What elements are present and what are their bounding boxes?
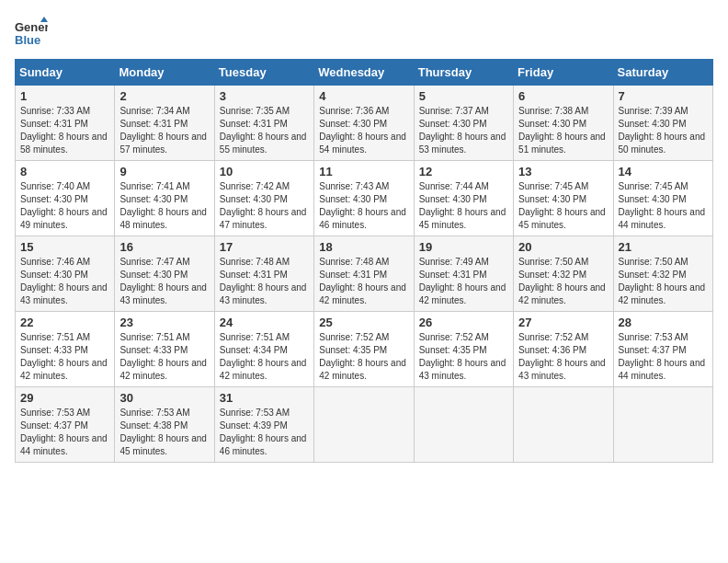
day-info: Sunrise: 7:46 AMSunset: 4:30 PMDaylight:… (20, 257, 108, 305)
calendar-cell: 12Sunrise: 7:44 AMSunset: 4:30 PMDayligh… (414, 161, 513, 236)
calendar-table: SundayMondayTuesdayWednesdayThursdayFrid… (15, 59, 713, 463)
day-info: Sunrise: 7:37 AMSunset: 4:30 PMDaylight:… (419, 106, 506, 155)
day-info: Sunrise: 7:48 AMSunset: 4:31 PMDaylight:… (220, 257, 307, 305)
day-info: Sunrise: 7:40 AMSunset: 4:30 PMDaylight:… (20, 181, 108, 230)
logo-icon: General Blue (15, 15, 48, 48)
day-number: 13 (518, 165, 608, 178)
day-number: 22 (20, 316, 109, 329)
day-info: Sunrise: 7:38 AMSunset: 4:30 PMDaylight:… (518, 106, 606, 155)
day-info: Sunrise: 7:51 AMSunset: 4:33 PMDaylight:… (20, 332, 108, 381)
day-info: Sunrise: 7:43 AMSunset: 4:30 PMDaylight:… (319, 181, 406, 230)
calendar-cell: 19Sunrise: 7:49 AMSunset: 4:31 PMDayligh… (414, 236, 513, 312)
calendar-cell: 17Sunrise: 7:48 AMSunset: 4:31 PMDayligh… (214, 236, 313, 312)
calendar-cell: 25Sunrise: 7:52 AMSunset: 4:35 PMDayligh… (314, 312, 414, 387)
calendar-cell: 9Sunrise: 7:41 AMSunset: 4:30 PMDaylight… (115, 161, 214, 236)
calendar-week-row: 8Sunrise: 7:40 AMSunset: 4:30 PMDaylight… (16, 161, 713, 236)
day-number: 24 (220, 316, 309, 329)
calendar-cell: 14Sunrise: 7:45 AMSunset: 4:30 PMDayligh… (613, 161, 712, 236)
day-number: 28 (619, 316, 708, 329)
calendar-cell: 3Sunrise: 7:35 AMSunset: 4:31 PMDaylight… (214, 86, 313, 161)
day-number: 7 (619, 89, 708, 103)
calendar-week-row: 29Sunrise: 7:53 AMSunset: 4:37 PMDayligh… (16, 387, 713, 463)
calendar-cell: 5Sunrise: 7:37 AMSunset: 4:30 PMDaylight… (414, 86, 513, 161)
day-number: 18 (319, 240, 408, 254)
day-info: Sunrise: 7:51 AMSunset: 4:34 PMDaylight:… (220, 332, 307, 381)
calendar-cell (414, 387, 513, 463)
day-info: Sunrise: 7:53 AMSunset: 4:38 PMDaylight:… (119, 408, 207, 456)
day-info: Sunrise: 7:39 AMSunset: 4:30 PMDaylight:… (619, 106, 706, 155)
calendar-cell: 11Sunrise: 7:43 AMSunset: 4:30 PMDayligh… (314, 161, 414, 236)
calendar-cell: 21Sunrise: 7:50 AMSunset: 4:32 PMDayligh… (613, 236, 712, 312)
day-number: 8 (20, 165, 109, 178)
day-info: Sunrise: 7:52 AMSunset: 4:35 PMDaylight:… (419, 332, 506, 381)
day-info: Sunrise: 7:52 AMSunset: 4:36 PMDaylight:… (518, 332, 606, 381)
calendar-cell: 20Sunrise: 7:50 AMSunset: 4:32 PMDayligh… (514, 236, 613, 312)
calendar-cell: 22Sunrise: 7:51 AMSunset: 4:33 PMDayligh… (16, 312, 115, 387)
day-info: Sunrise: 7:53 AMSunset: 4:37 PMDaylight:… (20, 408, 108, 456)
day-number: 11 (319, 165, 408, 178)
calendar-cell: 13Sunrise: 7:45 AMSunset: 4:30 PMDayligh… (514, 161, 613, 236)
calendar-cell: 28Sunrise: 7:53 AMSunset: 4:37 PMDayligh… (613, 312, 712, 387)
calendar-cell (514, 387, 613, 463)
day-info: Sunrise: 7:34 AMSunset: 4:31 PMDaylight:… (119, 106, 207, 155)
weekday-header-sunday: Sunday (16, 60, 115, 86)
calendar-cell: 15Sunrise: 7:46 AMSunset: 4:30 PMDayligh… (16, 236, 115, 312)
day-number: 3 (220, 89, 309, 103)
day-number: 27 (518, 316, 608, 329)
day-number: 26 (419, 316, 508, 329)
weekday-header-monday: Monday (115, 60, 214, 86)
day-number: 20 (518, 240, 608, 254)
day-info: Sunrise: 7:47 AMSunset: 4:30 PMDaylight:… (119, 257, 207, 305)
day-info: Sunrise: 7:48 AMSunset: 4:31 PMDaylight:… (319, 257, 406, 305)
calendar-cell (613, 387, 712, 463)
day-number: 1 (20, 89, 109, 103)
svg-text:Blue: Blue (15, 33, 40, 47)
calendar-cell: 29Sunrise: 7:53 AMSunset: 4:37 PMDayligh… (16, 387, 115, 463)
weekday-header-wednesday: Wednesday (314, 60, 414, 86)
weekday-header-saturday: Saturday (613, 60, 712, 86)
calendar-cell: 16Sunrise: 7:47 AMSunset: 4:30 PMDayligh… (115, 236, 214, 312)
day-info: Sunrise: 7:42 AMSunset: 4:30 PMDaylight:… (220, 181, 307, 230)
svg-text:General: General (15, 20, 48, 34)
logo: General Blue (15, 15, 48, 48)
calendar-cell: 1Sunrise: 7:33 AMSunset: 4:31 PMDaylight… (16, 86, 115, 161)
day-number: 10 (220, 165, 309, 178)
day-info: Sunrise: 7:49 AMSunset: 4:31 PMDaylight:… (419, 257, 506, 305)
weekday-header-tuesday: Tuesday (214, 60, 313, 86)
day-info: Sunrise: 7:44 AMSunset: 4:30 PMDaylight:… (419, 181, 506, 230)
calendar-cell: 2Sunrise: 7:34 AMSunset: 4:31 PMDaylight… (115, 86, 214, 161)
day-number: 29 (20, 391, 109, 405)
day-info: Sunrise: 7:53 AMSunset: 4:37 PMDaylight:… (619, 332, 706, 381)
day-number: 19 (419, 240, 508, 254)
calendar-cell: 26Sunrise: 7:52 AMSunset: 4:35 PMDayligh… (414, 312, 513, 387)
day-number: 30 (119, 391, 209, 405)
day-info: Sunrise: 7:53 AMSunset: 4:39 PMDaylight:… (220, 408, 307, 456)
day-info: Sunrise: 7:50 AMSunset: 4:32 PMDaylight:… (619, 257, 706, 305)
calendar-cell (314, 387, 414, 463)
day-info: Sunrise: 7:45 AMSunset: 4:30 PMDaylight:… (619, 181, 706, 230)
calendar-cell: 10Sunrise: 7:42 AMSunset: 4:30 PMDayligh… (214, 161, 313, 236)
day-number: 16 (119, 240, 209, 254)
day-info: Sunrise: 7:41 AMSunset: 4:30 PMDaylight:… (119, 181, 207, 230)
calendar-week-row: 22Sunrise: 7:51 AMSunset: 4:33 PMDayligh… (16, 312, 713, 387)
page-header: General Blue (15, 15, 713, 48)
day-info: Sunrise: 7:35 AMSunset: 4:31 PMDaylight:… (220, 106, 307, 155)
day-number: 17 (220, 240, 309, 254)
day-number: 12 (419, 165, 508, 178)
calendar-cell: 8Sunrise: 7:40 AMSunset: 4:30 PMDaylight… (16, 161, 115, 236)
day-info: Sunrise: 7:36 AMSunset: 4:30 PMDaylight:… (319, 106, 406, 155)
day-info: Sunrise: 7:45 AMSunset: 4:30 PMDaylight:… (518, 181, 606, 230)
calendar-cell: 18Sunrise: 7:48 AMSunset: 4:31 PMDayligh… (314, 236, 414, 312)
day-number: 23 (119, 316, 209, 329)
day-number: 6 (518, 89, 608, 103)
calendar-cell: 6Sunrise: 7:38 AMSunset: 4:30 PMDaylight… (514, 86, 613, 161)
svg-marker-2 (40, 17, 48, 22)
calendar-week-row: 15Sunrise: 7:46 AMSunset: 4:30 PMDayligh… (16, 236, 713, 312)
weekday-header-thursday: Thursday (414, 60, 513, 86)
calendar-cell: 24Sunrise: 7:51 AMSunset: 4:34 PMDayligh… (214, 312, 313, 387)
day-number: 9 (119, 165, 209, 178)
day-info: Sunrise: 7:52 AMSunset: 4:35 PMDaylight:… (319, 332, 406, 381)
day-number: 5 (419, 89, 508, 103)
calendar-week-row: 1Sunrise: 7:33 AMSunset: 4:31 PMDaylight… (16, 86, 713, 161)
day-number: 25 (319, 316, 408, 329)
